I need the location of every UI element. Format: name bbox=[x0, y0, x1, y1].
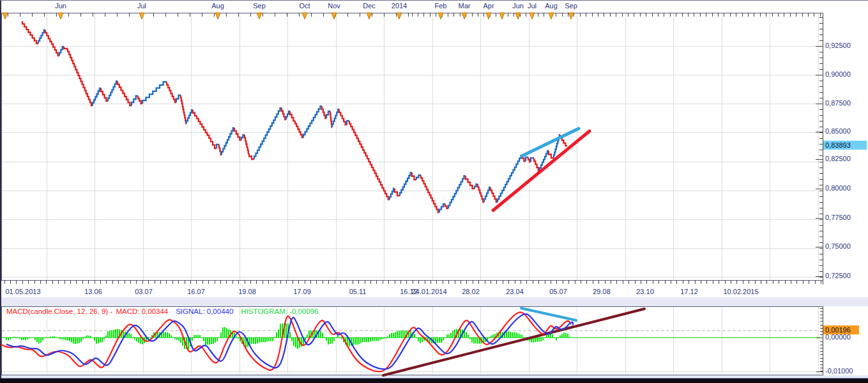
date-label: 23.10 bbox=[636, 288, 654, 296]
month-label: Mar bbox=[459, 2, 471, 10]
chart-window: JunJulAugSepOctNovDec2014FebMarAprJunJul… bbox=[0, 0, 868, 383]
signal-value-label: SIGNAL: 0,00440 bbox=[176, 308, 233, 315]
month-label: Aug bbox=[545, 2, 558, 10]
price-label: 0,77500 bbox=[825, 214, 851, 222]
month-label: Sep bbox=[565, 2, 577, 10]
macd-indicator-label: MACD(candle.Close, 12, 26, 9) - MACD: 0,… bbox=[6, 308, 326, 315]
macd-axis-label: -0,01000 bbox=[825, 367, 853, 375]
bottom-band bbox=[0, 379, 868, 383]
month-label: Dec bbox=[363, 2, 376, 10]
month-label: Nov bbox=[328, 2, 340, 10]
price-label: 0,92500 bbox=[825, 42, 851, 50]
month-label: Sep bbox=[253, 2, 266, 10]
date-label: 01.05.2013 bbox=[5, 288, 40, 296]
month-label: Jul bbox=[528, 2, 537, 10]
current-price-tag: 0,83893 bbox=[823, 141, 867, 150]
month-label: Jun bbox=[512, 2, 524, 10]
date-label: 17.09 bbox=[293, 288, 311, 296]
price-label: 0,85000 bbox=[825, 127, 851, 136]
price-label: 0,80000 bbox=[825, 184, 851, 192]
date-label: 23.04 bbox=[506, 288, 524, 296]
background bbox=[0, 0, 868, 379]
price-label: 0,87500 bbox=[825, 99, 851, 107]
chart-canvas[interactable] bbox=[0, 0, 868, 383]
price-label: 0,82500 bbox=[825, 155, 851, 163]
date-label: 16.07 bbox=[187, 288, 205, 296]
macd-current-value-tag: 0,00196 bbox=[823, 325, 859, 334]
price-label: 0,90000 bbox=[825, 70, 851, 79]
macd-formula-label: MACD(candle.Close, 12, 26, 9) - bbox=[6, 308, 114, 315]
month-label: Jun bbox=[55, 2, 66, 10]
date-label: 10.02.2015 bbox=[723, 288, 758, 296]
macd-value-label: MACD: 0,00344 bbox=[116, 308, 168, 315]
date-label: 03.07 bbox=[135, 288, 153, 296]
month-label: Oct bbox=[299, 2, 310, 10]
month-label: Feb bbox=[435, 2, 447, 10]
panel-separator bbox=[0, 297, 868, 306]
date-label: 17.12 bbox=[680, 288, 698, 296]
price-label: 0,75000 bbox=[825, 242, 851, 251]
histogram-value-label: HISTOGRAM: -0,00096 bbox=[241, 308, 318, 315]
month-label: Apr bbox=[483, 2, 494, 10]
date-label: 29.08 bbox=[593, 288, 611, 296]
date-label: 28.02 bbox=[462, 288, 480, 296]
date-label: 05.11 bbox=[349, 288, 367, 296]
price-label: 0,72500 bbox=[825, 272, 851, 280]
date-label: 13.06 bbox=[84, 288, 102, 296]
date-label: 24.01.2014 bbox=[411, 288, 446, 296]
date-label: 19.08 bbox=[238, 288, 256, 296]
date-label: 05.07 bbox=[549, 288, 567, 296]
month-label: Aug bbox=[211, 2, 224, 10]
month-label: 2014 bbox=[392, 2, 407, 10]
month-label: Jul bbox=[137, 2, 146, 10]
